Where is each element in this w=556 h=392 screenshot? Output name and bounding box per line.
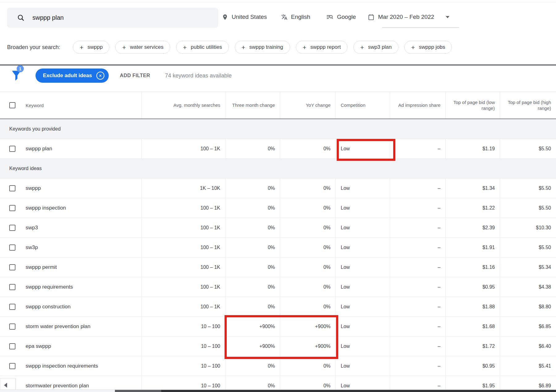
row-checkbox[interactable] (9, 284, 15, 290)
ad-impression-share: – (390, 317, 445, 336)
top-bid-high: $8.80 (500, 297, 556, 316)
plus-icon: + (183, 44, 187, 51)
row-checkbox[interactable] (9, 343, 15, 349)
network-control[interactable]: Google (326, 8, 356, 26)
chip-label: swppp report (310, 44, 341, 50)
row-checkbox[interactable] (9, 264, 15, 270)
header-three-month-change[interactable]: Three month change (225, 92, 280, 119)
keyword-label: sw3p (26, 244, 38, 251)
language-control[interactable]: English (281, 8, 310, 26)
section-header-keywords-you-provided: Keywords you provided (0, 119, 556, 139)
yoy-change: 0% (280, 297, 335, 316)
yoy-change: 0% (280, 178, 335, 198)
ad-impression-share: – (390, 257, 445, 277)
three-month-change: 0% (225, 238, 280, 257)
header-yoy-change[interactable]: YoY change (280, 92, 335, 119)
yoy-change: +900% (280, 336, 335, 356)
three-month-change: 0% (225, 198, 280, 218)
keyword-label: swppp inspection requirements (26, 363, 98, 369)
active-filter-chip[interactable]: Exclude adult ideas ✕ (36, 69, 109, 83)
three-month-change: 0% (225, 297, 280, 316)
section-divider (0, 65, 556, 65)
ad-impression-share: – (390, 336, 445, 356)
chip-public-utilities[interactable]: +public utilities (176, 41, 229, 54)
header-ad-impression-share[interactable]: Ad impression share (390, 92, 445, 119)
top-bid-low: $0.95 (445, 356, 500, 376)
top-bid-high: $5.50 (500, 198, 556, 218)
yoy-change: 0% (280, 356, 335, 376)
row-checkbox[interactable] (9, 185, 15, 191)
chip-water-services[interactable]: +water services (115, 41, 170, 54)
ad-impression-share: – (390, 356, 445, 376)
competition: Low (335, 336, 390, 356)
row-checkbox[interactable] (9, 225, 15, 231)
select-all-checkbox[interactable] (9, 102, 15, 108)
table-header-row: Keyword Avg. monthly searches Three mont… (0, 92, 556, 119)
date-range-control[interactable]: Mar 2020 – Feb 2022 (368, 8, 449, 26)
row-checkbox[interactable] (9, 205, 15, 211)
keyword-planner-page: swppp plan United States English Google … (0, 0, 556, 392)
three-month-change: +900% (225, 317, 280, 336)
ad-impression-share: – (390, 277, 445, 297)
keyword-label: swppp construction (26, 304, 71, 310)
competition: Low (335, 139, 390, 158)
ad-impression-share: – (390, 139, 445, 158)
horizontal-scrollbar-thumb[interactable] (115, 390, 556, 392)
row-checkbox[interactable] (9, 323, 15, 330)
table-row: swppp plan 100 – 1K 0% 0% Low – $1.19 $5… (0, 139, 556, 159)
chevron-down-icon[interactable] (446, 16, 449, 18)
plus-icon: + (303, 44, 306, 51)
keyword-label: stormwater prevention plan (26, 383, 89, 389)
horizontal-scrollbar-track[interactable] (0, 390, 556, 392)
ad-impression-share: – (390, 178, 445, 198)
three-month-change: 0% (225, 277, 280, 297)
add-filter-button[interactable]: ADD FILTER (120, 69, 150, 83)
top-bid-high: $10.30 (500, 218, 556, 237)
avg-monthly-searches: 100 – 1K (141, 277, 225, 297)
chip-swppp-jobs[interactable]: +swppp jobs (404, 41, 452, 54)
chip-swppp[interactable]: +swppp (73, 41, 109, 54)
chip-swppp-report[interactable]: +swppp report (296, 41, 348, 54)
remove-filter-icon[interactable]: ✕ (96, 72, 104, 80)
yoy-change: 0% (280, 238, 335, 257)
calendar-icon (368, 14, 375, 21)
chip-swppp-training[interactable]: +swppp training (235, 41, 290, 54)
header-keyword[interactable]: Keyword (0, 92, 141, 119)
location-label: United States (232, 14, 267, 20)
yoy-change: 0% (280, 198, 335, 218)
competition: Low (335, 277, 390, 297)
chip-swp3-plan[interactable]: +swp3 plan (353, 41, 398, 54)
row-checkbox[interactable] (9, 304, 15, 310)
yoy-change: 0% (280, 139, 335, 158)
header-avg-monthly-searches[interactable]: Avg. monthly searches (141, 92, 225, 119)
top-bid-low: $1.88 (445, 297, 500, 316)
location-control[interactable]: United States (222, 8, 267, 26)
yoy-change: 0% (280, 257, 335, 277)
header-competition[interactable]: Competition (335, 92, 390, 119)
search-input[interactable]: swppp plan (7, 8, 218, 28)
translate-icon (281, 14, 288, 20)
competition: Low (335, 218, 390, 237)
table-row: swp3 100 – 1K 0% 0% Low – $2.39 $10.30 (0, 218, 556, 238)
table-row: swppp requirements 100 – 1K 0% 0% Low – … (0, 277, 556, 297)
plus-icon: + (122, 44, 126, 51)
keyword-label: swp3 (26, 225, 38, 231)
top-bid-high: $6.40 (500, 336, 556, 356)
broaden-chips: +swppp +water services +public utilities… (73, 41, 452, 54)
yoy-change: 0% (280, 277, 335, 297)
broaden-search-label: Broaden your search: (7, 41, 60, 54)
row-checkbox[interactable] (9, 244, 15, 251)
table-row: sw3p 100 – 1K 0% 0% Low – $1.91 $5.50 (0, 238, 556, 257)
header-top-bid-low[interactable]: Top of page bid (low range) (445, 92, 500, 119)
row-checkbox[interactable] (9, 146, 15, 152)
date-range-label: Mar 2020 – Feb 2022 (378, 14, 434, 20)
row-checkbox[interactable] (9, 363, 15, 369)
header-top-bid-high[interactable]: Top of page bid (high range) (500, 92, 556, 119)
top-bid-high: $5.34 (500, 257, 556, 277)
plus-icon: + (242, 44, 245, 51)
three-month-change: 0% (225, 356, 280, 376)
keyword-label: swppp (26, 185, 41, 191)
competition: Low (335, 198, 390, 218)
top-bid-low: $2.39 (445, 218, 500, 237)
three-month-change: +900% (225, 336, 280, 356)
